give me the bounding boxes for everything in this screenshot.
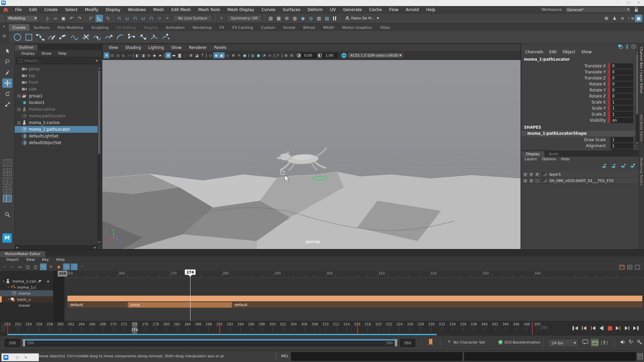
channel-key-state[interactable] xyxy=(608,94,610,99)
new-layer-from-selected-icon[interactable] xyxy=(629,164,635,169)
close-icon[interactable]: ✕ xyxy=(637,1,640,4)
paint-select-tool[interactable] xyxy=(2,68,12,77)
viewport-scene[interactable]: y x z persp xyxy=(102,60,521,249)
menu-item[interactable]: Deform xyxy=(304,7,326,12)
layer-menu-item[interactable]: Layers xyxy=(523,157,540,161)
mm-track-lane[interactable] xyxy=(64,278,644,284)
auto-keyframe-toggle[interactable] xyxy=(591,339,598,346)
display-layers-icon[interactable] xyxy=(618,44,623,49)
command-result-field[interactable] xyxy=(464,352,636,361)
shade-mode-icon[interactable]: ◐ xyxy=(121,52,126,58)
animation-prefs-icon[interactable] xyxy=(637,339,642,345)
layer-editor-tab[interactable]: Anim xyxy=(544,151,563,157)
menu-item[interactable]: Edit xyxy=(25,7,41,12)
mm-tree-row[interactable]: moma xyxy=(0,290,53,296)
menu-item[interactable]: Help xyxy=(423,7,439,12)
shelf-tab[interactable]: Arnold xyxy=(279,24,299,31)
layer-name[interactable]: layer1 xyxy=(549,172,561,177)
character-icon[interactable] xyxy=(625,44,629,49)
layer-display-type-toggle[interactable]: R xyxy=(535,172,540,177)
redo-icon[interactable]: ↷ xyxy=(76,15,83,22)
motionmaker-ruler[interactable]: 250260270280290300310320330340 xyxy=(64,271,644,277)
curve-sine-icon[interactable] xyxy=(70,33,79,42)
attach-curve-icon[interactable] xyxy=(138,33,148,42)
shelf-options-column[interactable]: ▾⚙ xyxy=(0,23,9,44)
new-empty-layer-icon[interactable] xyxy=(620,164,626,169)
symmetry-field[interactable]: Symmetry: Off xyxy=(227,15,262,22)
layout-pane-left[interactable] xyxy=(3,186,12,193)
lighting-icon[interactable]: ☼ xyxy=(236,52,242,58)
channel-menu-item[interactable]: Show xyxy=(579,50,596,54)
cv-curve-icon[interactable] xyxy=(36,33,45,42)
move-layer-up-icon[interactable] xyxy=(601,164,607,169)
camera-icon[interactable]: ◧ xyxy=(135,52,140,58)
channel-value-field[interactable]: on xyxy=(610,118,633,123)
depth-of-field-icon[interactable]: ▪ xyxy=(267,52,273,58)
curve-point-icon[interactable] xyxy=(93,33,102,42)
shelf-tab[interactable]: Poly Modeling xyxy=(54,24,87,31)
menu-item[interactable]: Mesh Tools xyxy=(195,7,224,12)
channel-key-state[interactable] xyxy=(608,81,610,87)
pause-icon[interactable] xyxy=(333,16,336,20)
frame-icon[interactable]: ⊡ xyxy=(109,52,115,58)
layer-row[interactable]: V P SH_080_v010:SHOT_01___F01_F25 xyxy=(522,178,638,184)
menu-item[interactable]: Generate xyxy=(339,7,366,12)
motionmaker-menu-item[interactable]: Import xyxy=(3,257,22,262)
channel-value-field[interactable]: 0 xyxy=(610,87,633,93)
edit-curve-icon[interactable] xyxy=(58,33,68,42)
menu-item[interactable]: Surfaces xyxy=(279,7,304,12)
statusbar-divider[interactable] xyxy=(276,353,276,360)
expand-icon[interactable]: + xyxy=(17,95,20,98)
shelf-tab[interactable]: Curves xyxy=(9,24,30,31)
launch-render-icon[interactable]: ▨ xyxy=(323,15,331,22)
field-chart-icon[interactable]: ⊠ xyxy=(188,52,194,58)
select-object-icon[interactable]: ◸ xyxy=(88,15,95,22)
shelf-tab[interactable]: Rigging xyxy=(140,24,162,31)
menu-item[interactable]: File xyxy=(11,7,25,12)
outliner-item[interactable]: front xyxy=(15,79,98,86)
outliner-item[interactable]: + moma:canine xyxy=(15,106,98,113)
layout-four-pane[interactable] xyxy=(3,169,12,176)
channel-value-field[interactable]: 0 xyxy=(610,69,633,75)
motionmaker-playhead-badge[interactable]: 274 xyxy=(185,269,196,275)
tab-attribute-editor[interactable]: Attribute Editor xyxy=(640,115,643,142)
shaded-icon[interactable]: ◈ xyxy=(213,52,219,58)
channel-value-field[interactable]: 1 xyxy=(610,137,633,142)
resolution-gate-icon[interactable]: ◙ xyxy=(177,52,182,58)
menu-item[interactable]: Mesh Display xyxy=(224,7,258,12)
menu-item[interactable]: Flow xyxy=(385,7,402,12)
snap-plane-icon[interactable]: ⊔ xyxy=(140,15,147,22)
mel-label[interactable]: MEL xyxy=(281,354,289,358)
shelf-tab[interactable]: FX Caching xyxy=(228,24,257,31)
ipr-render-icon[interactable]: ◎ xyxy=(307,15,315,22)
select-component-icon[interactable]: ◺ xyxy=(96,15,103,22)
camera-attrs-icon[interactable]: ◨ xyxy=(140,52,146,58)
character-set-dropdown[interactable]: No Character Set xyxy=(453,340,485,345)
viewport-menu-item[interactable]: Shading xyxy=(121,45,145,50)
shelf-tab[interactable]: Rendering xyxy=(189,24,215,31)
menu-item[interactable]: Cache xyxy=(366,7,385,12)
outliner-search-input[interactable] xyxy=(24,59,92,63)
layer-name[interactable]: SH_080_v010:SHOT_01___F01_F25 xyxy=(549,179,613,183)
channel-value-field[interactable]: 1 xyxy=(610,106,633,111)
select-tool[interactable] xyxy=(2,46,12,56)
exposure-field[interactable]: 0.00 xyxy=(302,53,317,58)
range-start-handle[interactable] xyxy=(23,340,25,346)
layer-row[interactable]: V P R layer1 xyxy=(522,171,638,178)
menu-item[interactable]: UV xyxy=(326,7,339,12)
mm-tree-row[interactable]: mover xyxy=(0,302,53,308)
layout-single-pane[interactable] xyxy=(3,159,12,167)
joints-xray-icon[interactable]: ⊟ xyxy=(289,52,294,58)
shelf-tab[interactable]: Animation xyxy=(162,24,189,31)
motionmaker-playhead-line[interactable] xyxy=(190,276,191,321)
outliner-item[interactable]: defaultLightSet xyxy=(15,133,98,139)
rotate-tool[interactable] xyxy=(2,89,12,99)
anti-alias-icon[interactable]: ◔ xyxy=(261,52,267,58)
isolate-select-icon[interactable]: ◸ xyxy=(275,52,281,58)
go-to-start-button[interactable] xyxy=(571,324,579,332)
tab-modeling-toolkit[interactable]: Modeling Toolkit xyxy=(640,158,643,186)
texture-view-icon[interactable]: ▥ xyxy=(291,15,299,22)
screen-space-ao-icon[interactable]: ◍ xyxy=(250,52,256,58)
shadows-icon[interactable]: ● xyxy=(242,52,248,58)
tab-channel-box[interactable]: Channel Box / Layer Editor xyxy=(640,47,643,94)
